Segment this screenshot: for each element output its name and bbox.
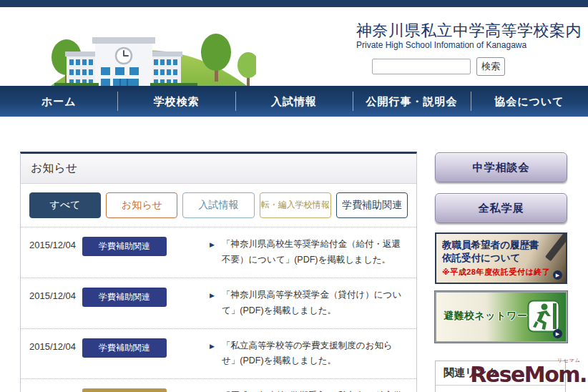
nav-item-about-association[interactable]: 協会について (471, 86, 588, 117)
teacher-resume-banner[interactable]: 教職員希望者の履歴書 依託受付について ※平成28年度依託受付は終了 ▶ (435, 232, 567, 284)
recruit-banner-line1: 教職員希望者の履歴書 (442, 239, 560, 252)
circle-arrow-icon: ▶ (553, 329, 562, 338)
evacuation-network-banner[interactable]: 避難校ネットワーク ▶ (435, 291, 567, 343)
nav-item-public-events[interactable]: 公開行事・説明会 (353, 86, 470, 117)
recruit-banner-line2: 依託受付について (442, 252, 560, 265)
tab-tuition-subsidy[interactable]: 学費補助関連 (336, 192, 408, 218)
news-link[interactable]: ▶ 「神奈川県高校生等奨学給付金（給付・返還不要）について」(PDF)を掲載しま… (210, 237, 406, 268)
bullet-arrow-icon: ▶ (210, 290, 215, 302)
page-subtitle: Private High School Infomation of Kanaga… (356, 40, 582, 50)
news-category-badge: 学費補助関連 (82, 288, 167, 307)
news-date: 2015/11/17 (29, 388, 82, 392)
nav-item-home[interactable]: ホーム (0, 86, 117, 117)
news-link-text: 「神奈川県高校生等奨学給付金（給付・返還不要）について」(PDF)を掲載しました… (222, 239, 401, 265)
news-date: 2015/12/04 (29, 288, 82, 301)
news-category-badge: 学費補助関連 (82, 237, 167, 256)
news-link-text: 「私立高等学校等の学費支援制度のお知らせ」(PDF)を掲載しました。 (222, 340, 393, 366)
news-link[interactable]: ▶ 「神奈川県高等学校奨学金（貸付け）について」(PDF)を掲載しました。 (210, 288, 406, 319)
news-date: 2015/12/04 (29, 237, 82, 250)
evacuation-banner-label: 避難校ネットワーク (444, 310, 538, 323)
tab-transfer-info[interactable]: 転・編入学校情報 (260, 192, 331, 218)
all-private-school-expo-button[interactable]: 全私学展 (435, 193, 567, 223)
news-link[interactable]: ▶ 「私立高等学校等の学費支援制度のお知らせ」(PDF)を掲載しました。 (210, 338, 406, 370)
news-date: 2015/12/04 (29, 338, 82, 352)
news-filter-tabs: すべて お知らせ 入試情報 転・編入学校情報 学費補助関連 (21, 184, 416, 227)
search-input[interactable] (372, 59, 471, 74)
watermark-text: ReseMom. (470, 362, 587, 387)
page-title: 神奈川県私立中学高等学校案内 (356, 21, 582, 39)
news-link-text: 「神奈川県高等学校奨学金（貸付け）について」(PDF)を掲載しました。 (222, 290, 401, 315)
news-panel: お知らせ すべて お知らせ 入試情報 転・編入学校情報 学費補助関連 2015/… (20, 152, 417, 392)
tab-news[interactable]: お知らせ (106, 192, 177, 218)
watermark-ruby: リセマム (557, 357, 581, 364)
junior-high-consultation-button[interactable]: 中学相談会 (435, 152, 567, 182)
bullet-arrow-icon: ▶ (210, 341, 215, 353)
tab-all[interactable]: すべて (29, 192, 101, 218)
school-illustration-svg (41, 16, 256, 93)
news-link[interactable]: ▶ 「平成27年度第3学期受入れ 私立 転・編入学試験実施計画」(PDF)を掲載… (210, 388, 406, 392)
top-accent-bar (0, 0, 588, 7)
news-panel-title: お知らせ (21, 154, 416, 184)
search-button[interactable]: 検索 (476, 57, 505, 76)
header: 神奈川県私立中学高等学校案内 Private High School Infom… (0, 7, 588, 86)
school-illustration (41, 16, 256, 96)
news-row: 2015/11/17 転・編入学校情報 ▶ 「平成27年度第3学期受入れ 私立 … (21, 378, 416, 392)
news-category-badge: 学費補助関連 (82, 338, 167, 358)
news-row: 2015/12/04 学費補助関連 ▶ 「私立高等学校等の学費支援制度のお知らせ… (21, 328, 416, 379)
news-row: 2015/12/04 学費補助関連 ▶ 「神奈川県高校生等奨学給付金（給付・返還… (21, 227, 416, 278)
tab-exam-info[interactable]: 入試情報 (182, 192, 254, 218)
recruit-banner-note: ※平成28年度依託受付は終了 (442, 267, 560, 278)
nav-item-exam-info[interactable]: 入試情報 (235, 86, 353, 117)
nav-item-school-search[interactable]: 学校検索 (117, 86, 235, 117)
bullet-arrow-icon: ▶ (210, 240, 215, 251)
search-area: 検索 (372, 57, 505, 76)
resemom-watermark: リセマム ReseMom. (470, 362, 587, 387)
circle-arrow-icon: ▶ (553, 270, 562, 280)
news-row: 2015/12/04 学費補助関連 ▶ 「神奈川県高等学校奨学金（貸付け）につい… (21, 278, 416, 328)
main-nav: ホーム 学校検索 入試情報 公開行事・説明会 協会について (0, 86, 588, 117)
news-category-badge: 転・編入学校情報 (82, 388, 167, 392)
